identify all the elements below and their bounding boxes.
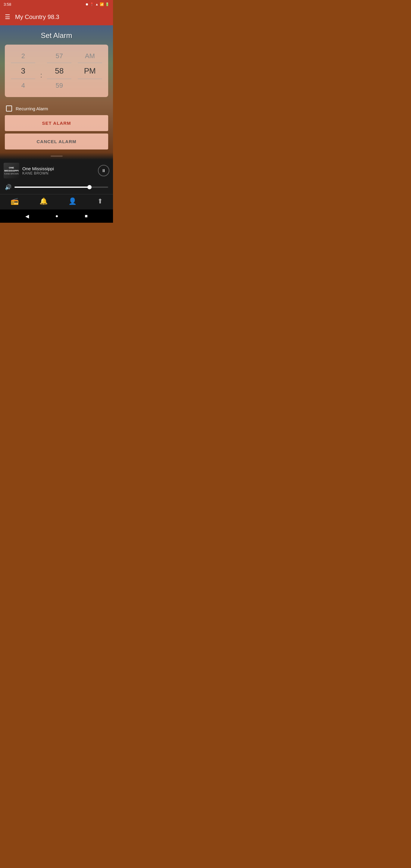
status-bar: 3:58 ⏺ 📍 ▲ 📶 🔋: [0, 0, 113, 8]
app-bar: ☰ My Country 98.3: [0, 8, 113, 25]
menu-icon[interactable]: ☰: [5, 13, 10, 21]
album-art: ONEMISSISSIPPI KANE BROWN: [4, 163, 19, 179]
ampm-column[interactable]: AM PM: [74, 51, 105, 91]
time-picker-card: 2 3 4 : 57 58 59 AM PM: [5, 44, 108, 97]
set-alarm-button[interactable]: SET ALARM: [5, 115, 108, 131]
system-nav-bar: ◀ ● ■: [0, 210, 113, 223]
back-button[interactable]: ◀: [25, 213, 29, 219]
ampm-bottom-line: [78, 79, 102, 79]
nav-notifications[interactable]: 🔔: [39, 197, 48, 206]
radio-icon: 📻: [10, 197, 19, 205]
album-art-artist: KANE BROWN: [4, 173, 19, 175]
minute-above: 57: [56, 51, 63, 61]
status-icons: ⏺ 📍 ▲ 📶 🔋: [85, 2, 109, 6]
recurring-label: Recurring Alarm: [16, 106, 48, 111]
recurring-alarm-row[interactable]: Recurring Alarm: [5, 102, 108, 115]
volume-row: 🔊: [0, 181, 113, 194]
minute-column[interactable]: 57 58 59: [44, 51, 75, 91]
hour-top-line: [11, 63, 35, 63]
minute-top-line: [47, 63, 71, 63]
wifi-icon: ▲: [95, 2, 98, 6]
volume-track[interactable]: [14, 187, 108, 188]
ampm-selected: PM: [84, 64, 96, 78]
track-artist: KANE BROWN: [22, 171, 95, 176]
nav-radio[interactable]: 📻: [10, 197, 19, 206]
now-playing-bar: ONEMISSISSIPPI KANE BROWN One Mississipp…: [0, 160, 113, 181]
hour-column[interactable]: 2 3 4: [8, 51, 38, 91]
minute-bottom-line: [47, 79, 71, 79]
hour-above: 2: [22, 51, 25, 61]
time-picker-row: 2 3 4 : 57 58 59 AM PM: [8, 51, 105, 91]
pause-button[interactable]: ⏸: [98, 165, 109, 176]
ampm-above: AM: [85, 51, 95, 61]
hero-section: Set Alarm 2 3 4 : 57 58 59: [0, 25, 113, 153]
hour-below: 4: [22, 80, 25, 91]
signal-icon: 📶: [100, 2, 104, 6]
record-icon: ⏺: [85, 2, 89, 6]
album-art-inner: ONEMISSISSIPPI KANE BROWN: [4, 163, 19, 179]
hour-selected: 3: [21, 64, 25, 78]
battery-icon: 🔋: [105, 2, 109, 6]
hour-bottom-line: [11, 79, 35, 79]
recurring-checkbox[interactable]: [6, 105, 12, 112]
bell-icon: 🔔: [39, 197, 48, 205]
drag-handle: [0, 153, 113, 160]
minute-selected: 58: [55, 64, 64, 78]
track-info: One Mississippi KANE BROWN: [22, 166, 95, 176]
page-title: Set Alarm: [5, 31, 108, 40]
home-button[interactable]: ●: [56, 213, 59, 219]
recents-button[interactable]: ■: [85, 213, 88, 219]
status-time: 3:58: [4, 2, 11, 7]
ampm-top-line: [78, 63, 102, 63]
bottom-nav: 📻 🔔 👤 ⬆: [0, 194, 113, 210]
pause-icon: ⏸: [101, 168, 106, 173]
album-art-title: ONEMISSISSIPPI: [4, 166, 19, 172]
share-icon: ⬆: [97, 197, 103, 205]
cancel-alarm-button[interactable]: CANCEL ALARM: [5, 133, 108, 150]
location-icon: 📍: [90, 2, 94, 6]
volume-icon: 🔊: [5, 184, 11, 190]
volume-fill: [14, 187, 90, 188]
track-title: One Mississippi: [22, 166, 95, 171]
contact-icon: 👤: [68, 197, 76, 205]
drag-handle-bar: [51, 156, 63, 157]
time-colon: :: [38, 62, 44, 79]
nav-share[interactable]: ⬆: [97, 197, 103, 206]
volume-thumb[interactable]: [87, 185, 92, 189]
nav-contacts[interactable]: 👤: [68, 197, 76, 206]
ampm-below: [89, 80, 91, 91]
app-bar-title: My Country 98.3: [15, 13, 59, 21]
minute-below: 59: [56, 80, 63, 91]
